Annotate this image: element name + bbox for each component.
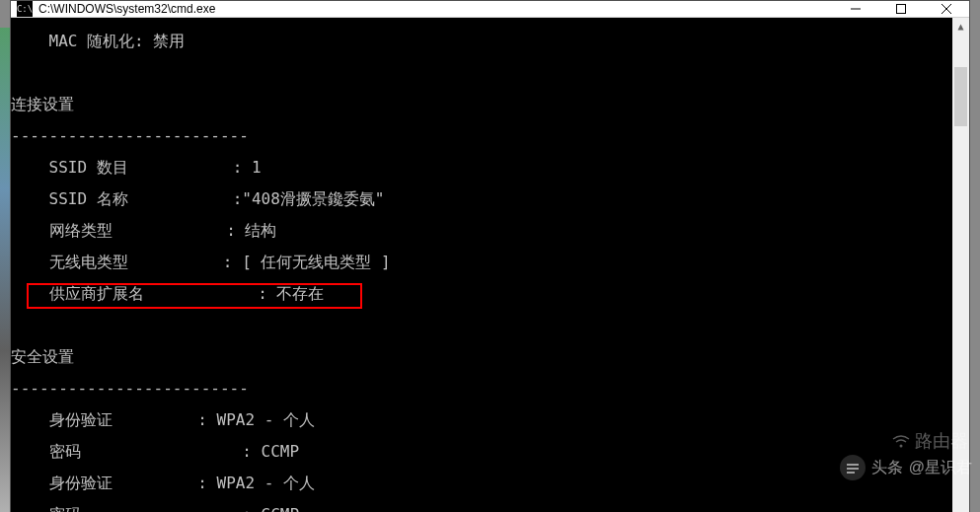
section-header: 安全设置 [11,349,952,365]
titlebar[interactable]: C:\ C:\WINDOWS\system32\cmd.exe [11,1,969,18]
output-line: SSID 名称 :"408滑撅景鑱委氨" [11,191,952,207]
divider-line: ------------------------- [11,128,952,144]
terminal[interactable]: MAC 随机化: 禁用 连接设置 -----------------------… [11,18,952,512]
partial-window-left [0,28,10,512]
output-line: 无线电类型 : [ 任何无线电类型 ] [11,255,952,270]
cmd-icon: C:\ [17,1,33,17]
cmd-window: C:\ C:\WINDOWS\system32\cmd.exe MAC 随机化:… [10,0,970,512]
divider-line: ------------------------- [11,381,952,397]
scroll-up-arrow[interactable]: ▲ [952,18,969,35]
svg-rect-1 [897,5,906,14]
output-line [11,65,952,81]
output-line: 身份验证 : WPA2 - 个人 [11,412,952,428]
output-line: MAC 随机化: 禁用 [11,34,952,49]
window-controls [833,1,969,17]
window-title: C:\WINDOWS\system32\cmd.exe [38,2,833,16]
close-button[interactable] [924,1,969,17]
minimize-button[interactable] [833,1,878,17]
maximize-button[interactable] [878,1,924,17]
output-line: 密码 : CCMP [11,444,952,460]
output-line: 网络类型 : 结构 [11,223,952,239]
output-line: 供应商扩展名 : 不存在 [11,286,952,302]
terminal-wrap: MAC 随机化: 禁用 连接设置 -----------------------… [11,18,969,512]
output-line [11,318,952,333]
output-line: 密码 : GCMP [11,507,952,512]
scroll-thumb[interactable] [954,67,967,126]
vertical-scrollbar[interactable]: ▲ ▼ [952,18,969,512]
output-line: SSID 数目 : 1 [11,160,952,176]
output-line: 身份验证 : WPA2 - 个人 [11,475,952,491]
section-header: 连接设置 [11,97,952,112]
